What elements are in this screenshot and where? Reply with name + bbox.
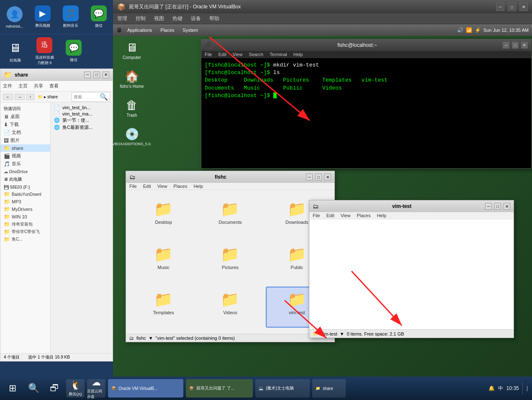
sidebar-desktop[interactable]: 🖥桌面: [0, 113, 50, 121]
sidebar-pics[interactable]: 🖼图片: [0, 136, 50, 144]
fe-search-input[interactable]: [74, 95, 99, 99]
vim-menu-file[interactable]: File: [313, 213, 320, 218]
fm-close-btn[interactable]: ✕: [324, 174, 331, 180]
terminal-close-btn[interactable]: ✕: [521, 42, 528, 49]
vbox-menu-help[interactable]: 帮助: [209, 15, 219, 22]
tencent-video-icon[interactable]: ▶ 腾讯视频: [31, 4, 54, 30]
sidebar-video[interactable]: 🎬视频: [0, 152, 50, 160]
vim-close-btn[interactable]: ✕: [504, 203, 510, 210]
fe-file-item-2[interactable]: 📄vim_test_ma...: [52, 110, 111, 117]
vim-menu-view[interactable]: View: [341, 213, 351, 218]
wechat-icon[interactable]: 💬 微信: [87, 4, 111, 30]
fm-restore-btn[interactable]: □: [315, 174, 322, 180]
fe-close-btn[interactable]: ✕: [103, 72, 109, 78]
terminal-menu-view[interactable]: View: [233, 52, 243, 57]
fm-icon-pictures[interactable]: 📁 Pictures: [199, 241, 261, 282]
vim-folder-dropdown[interactable]: ▼: [340, 331, 344, 336]
vim-menu-edit[interactable]: Edit: [326, 213, 334, 218]
guest-panel-applications[interactable]: Applications: [124, 27, 155, 33]
vim-status-text: 0 items. Free space: 2.1 GB: [347, 331, 404, 336]
xunlian-icon[interactable]: 迅 迅连科技威力酷烧 8: [32, 36, 57, 67]
weixin2-icon[interactable]: 💬 微信: [61, 38, 86, 64]
fm-menu-places[interactable]: Places: [173, 184, 187, 189]
fe-tab-home[interactable]: 主页: [18, 83, 28, 89]
kugou-music-icon[interactable]: 🎵 酷狗音乐: [59, 4, 82, 30]
terminal-menu-help[interactable]: Help: [293, 52, 303, 57]
fm-icon-desktop[interactable]: 📁 Desktop: [132, 196, 195, 237]
sidebar-mp3[interactable]: 📁MP3: [0, 198, 50, 205]
fe-tab-file[interactable]: 文件: [3, 83, 12, 89]
taskbar-magic-btn[interactable]: 💻 (魔术)文士电脑: [255, 379, 310, 397]
fe-file-item-4[interactable]: 🌐鱼C最新资源...: [52, 124, 111, 131]
fe-file-item-1[interactable]: 📄vim_test_lin...: [52, 104, 111, 110]
fe-up-btn[interactable]: ↑: [26, 94, 34, 100]
taskbar-notification-icon[interactable]: 🔔: [488, 385, 495, 391]
guest-trash-icon[interactable]: 🗑 Trash: [117, 97, 146, 119]
terminal-menu-search[interactable]: Search: [249, 52, 263, 57]
fm-status-dropdown[interactable]: ▼: [149, 336, 153, 341]
vim-title: vim-test: [321, 203, 483, 209]
fm-icon-templates[interactable]: 📁 Templates: [132, 287, 195, 328]
sidebar-download[interactable]: ⬇下载: [0, 121, 50, 128]
vbox-menu-control[interactable]: 控制: [136, 15, 146, 22]
vbox-menu-hotkey[interactable]: 热键: [172, 15, 182, 22]
fm-icon-documents[interactable]: 📁 Documents: [199, 196, 261, 237]
taskbar-baidu-icon[interactable]: ☁ 百度云同步盘: [87, 379, 105, 397]
terminal-menu-edit[interactable]: Edit: [218, 52, 226, 57]
fm-menu-edit[interactable]: Edit: [143, 184, 151, 189]
fe-restore-btn[interactable]: □: [93, 72, 100, 78]
terminal-menu-file[interactable]: File: [205, 52, 212, 57]
taskbar-share-btn[interactable]: 📁 share: [312, 379, 346, 397]
terminal-body[interactable]: [fishc@localhost ~]$ mkdir vim-test [fis…: [201, 58, 531, 168]
fe-minimize-btn[interactable]: ─: [84, 72, 91, 78]
admin-icon[interactable]: 👤 Administ...: [3, 4, 26, 30]
my-computer-icon[interactable]: 🖥 此电脑: [3, 38, 28, 65]
sidebar-more[interactable]: 📁鱼C...: [0, 236, 50, 243]
sidebar-win10[interactable]: 📁WIN 10: [0, 213, 50, 221]
guest-vbox-additions-icon[interactable]: 💿 VBOXADDITIONS_5.0.: [117, 126, 146, 148]
fe-back-btn[interactable]: ←: [3, 94, 13, 100]
guest-panel-places[interactable]: Places: [157, 27, 177, 33]
terminal-minimize-btn[interactable]: ─: [503, 42, 509, 49]
guest-panel-system[interactable]: System: [179, 27, 201, 33]
sidebar-baiduyun[interactable]: 📁BaiduYunDownl: [0, 190, 50, 198]
vbox-menu-device[interactable]: 设备: [191, 15, 201, 22]
vbox-minimize-btn[interactable]: ─: [496, 3, 504, 11]
terminal-restore-btn[interactable]: □: [512, 42, 519, 49]
sidebar-mydrivers[interactable]: 📁MyDrivers: [0, 205, 50, 213]
vbox-close-btn[interactable]: ✕: [519, 3, 528, 11]
vbox-restore-btn[interactable]: □: [508, 3, 516, 11]
fm-minimize-btn[interactable]: ─: [306, 174, 313, 180]
taskbar-lang-icon[interactable]: 中: [498, 385, 503, 392]
guest-home-icon[interactable]: 🏠 fishc's Home: [117, 68, 146, 90]
fm-menu-file[interactable]: File: [129, 184, 137, 189]
vbox-menu-manage[interactable]: 管理: [117, 15, 127, 22]
vim-menu-places[interactable]: Places: [357, 213, 370, 218]
vim-minimize-btn[interactable]: ─: [485, 203, 492, 210]
fe-tab-view[interactable]: 查看: [49, 83, 59, 89]
search-button[interactable]: 🔍: [24, 379, 43, 397]
fm-icon-videos[interactable]: 📁 Videos: [199, 287, 261, 328]
vim-restore-btn[interactable]: □: [494, 203, 501, 210]
vbox-menu-view[interactable]: 视图: [154, 15, 164, 22]
sidebar-share[interactable]: 📁share: [0, 144, 50, 152]
fe-forward-btn[interactable]: →: [15, 94, 25, 100]
sidebar-chuansong[interactable]: 📁传奇安装包: [0, 221, 50, 228]
fm-menu-help[interactable]: Help: [193, 184, 203, 189]
terminal-menu-terminal[interactable]: Terminal: [270, 52, 287, 57]
taskbar-vm-running-btn[interactable]: 📦 屁哥又出问题了 了...: [186, 379, 253, 397]
vim-menu-help[interactable]: Help: [377, 213, 386, 218]
fe-file-item-3[interactable]: 🌐第一节：使...: [52, 117, 111, 124]
sidebar-docs[interactable]: 📄文档: [0, 128, 50, 136]
guest-computer-icon[interactable]: 🖥 Computer: [117, 39, 146, 62]
taskbar-show-desktop-btn[interactable]: │: [526, 386, 529, 391]
start-button[interactable]: ⊞: [3, 379, 22, 397]
task-view-button[interactable]: 🗗: [45, 379, 64, 397]
fm-icon-music[interactable]: 📁 Music: [132, 241, 195, 282]
taskbar-qq-icon[interactable]: 🐧 腾讯QQ: [66, 379, 85, 397]
sidebar-daini[interactable]: 📁带你学C带你飞: [0, 228, 50, 236]
fe-tab-share[interactable]: 共享: [34, 83, 43, 89]
fm-menu-view[interactable]: View: [157, 184, 167, 189]
taskbar-vbox-btn[interactable]: 📦 Oracle VM VirtualB...: [108, 379, 183, 397]
sidebar-music[interactable]: 🎵音乐: [0, 160, 50, 168]
